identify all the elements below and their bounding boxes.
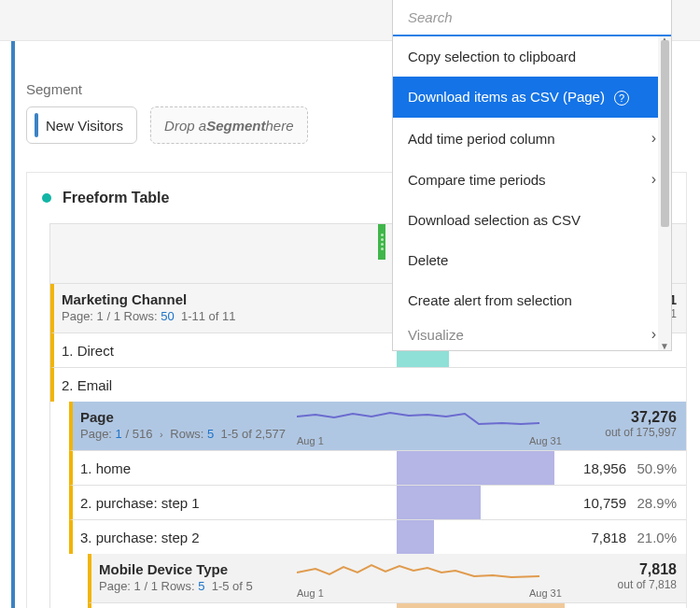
row-label: 2. purchase: step 1 bbox=[73, 488, 397, 518]
chevron-right-icon: › bbox=[651, 326, 656, 343]
menu-item-label: Compare time periods bbox=[408, 172, 546, 188]
scroll-down-icon[interactable]: ▼ bbox=[660, 341, 669, 350]
table-row[interactable]: 3. purchase: step 2 7,818 21.0% bbox=[69, 520, 686, 554]
menu-item-compare-time[interactable]: Compare time periods › bbox=[393, 159, 671, 200]
column-drag-handle[interactable] bbox=[378, 224, 385, 260]
chevron-right-icon: › bbox=[651, 130, 656, 147]
rows-selector[interactable]: 50 bbox=[161, 309, 174, 323]
table-row[interactable]: 2. purchase: step 1 10,759 28.9% bbox=[69, 486, 686, 520]
dimension-name: Mobile Device Type bbox=[99, 561, 289, 577]
row-value: 10,759 bbox=[565, 495, 630, 511]
rows-selector[interactable]: 5 bbox=[207, 427, 214, 441]
dimension-total: 7,818 bbox=[571, 561, 677, 578]
menu-item-label: Download selection as CSV bbox=[408, 212, 581, 228]
bar-lilac bbox=[397, 486, 481, 519]
pager-prefix: Page: bbox=[80, 427, 112, 441]
row-range: 1-11 of 11 bbox=[181, 309, 236, 323]
menu-item-label: Delete bbox=[408, 252, 448, 268]
menu-item-label: Create alert from selection bbox=[408, 292, 572, 308]
table-row[interactable]: 2. Email bbox=[50, 368, 686, 402]
bar-lilac bbox=[397, 451, 554, 485]
row-value: 7,818 bbox=[565, 530, 630, 545]
sparkline-page bbox=[297, 407, 539, 437]
menu-search-input[interactable]: Search bbox=[393, 0, 671, 36]
menu-item-label: Download items as CSV (Page) bbox=[408, 89, 605, 105]
segment-section-label: Segment bbox=[26, 81, 82, 97]
dimension-header-device[interactable]: Mobile Device Type Page: 1 / 1 Rows: 5 1… bbox=[88, 554, 686, 603]
row-range: 1-5 of 5 bbox=[212, 579, 253, 593]
menu-item-add-time-column[interactable]: Add time period column › bbox=[393, 118, 671, 159]
dimension-header-page[interactable]: Page Page: 1 / 516 › Rows: 5 1-5 of 2,57… bbox=[69, 402, 686, 451]
sparkline-device bbox=[297, 559, 539, 589]
segment-accent bbox=[35, 113, 38, 137]
table-row[interactable]: 1. home 18,956 50.9% bbox=[69, 451, 686, 486]
row-label: 1. Other bbox=[91, 605, 397, 609]
menu-item-label: Visualize bbox=[408, 327, 464, 343]
rows-selector[interactable]: 5 bbox=[198, 579, 204, 593]
menu-item-delete[interactable]: Delete bbox=[393, 240, 671, 280]
help-icon[interactable]: ? bbox=[614, 91, 629, 106]
segment-chip-new-visitors[interactable]: New Visitors bbox=[26, 106, 137, 144]
chevron-right-icon[interactable]: › bbox=[160, 429, 163, 440]
panel-accent-rail bbox=[11, 41, 15, 608]
row-range: 1-5 of 2,577 bbox=[221, 427, 286, 441]
context-menu: Search Copy selection to clipboard Downl… bbox=[392, 0, 672, 351]
pager-text: Page: 1 / 1 Rows: bbox=[62, 309, 158, 323]
chevron-right-icon: › bbox=[651, 171, 656, 188]
menu-item-label: Copy selection to clipboard bbox=[408, 49, 576, 64]
dimension-outof: out of 7,818 bbox=[571, 578, 677, 591]
menu-item-download-csv-page[interactable]: Download items as CSV (Page) ? bbox=[393, 77, 671, 118]
bar-orange bbox=[397, 603, 565, 608]
row-percent: 28.9% bbox=[630, 495, 686, 511]
rows-label: Rows: bbox=[170, 427, 203, 441]
row-percent: 21.0% bbox=[630, 530, 686, 545]
table-row[interactable]: 1. Other 6,424 82.2% bbox=[88, 603, 686, 608]
dimension-outof: out of 175,997 bbox=[571, 426, 677, 439]
dimension-name: Page bbox=[80, 409, 289, 425]
row-label: 2. Email bbox=[54, 370, 397, 401]
menu-item-download-selection-csv[interactable]: Download selection as CSV bbox=[393, 200, 671, 240]
menu-item-copy-selection[interactable]: Copy selection to clipboard bbox=[393, 36, 671, 77]
spark-start-label: Aug 1 bbox=[297, 435, 324, 446]
dimension-total: 37,276 bbox=[571, 409, 677, 426]
menu-item-create-alert[interactable]: Create alert from selection bbox=[393, 280, 671, 320]
menu-item-visualize[interactable]: Visualize › bbox=[393, 320, 671, 343]
menu-scrollbar[interactable]: ▲ ▼ bbox=[658, 36, 671, 350]
page-total: / 516 bbox=[125, 427, 152, 441]
segment-chip-label: New Visitors bbox=[46, 118, 123, 134]
page-link[interactable]: 1 bbox=[116, 427, 122, 441]
panel-type-dot-icon bbox=[42, 193, 51, 203]
row-value: 18,956 bbox=[565, 460, 630, 476]
spark-end-label: Aug 31 bbox=[529, 587, 562, 599]
spark-end-label: Aug 31 bbox=[529, 435, 562, 446]
spark-start-label: Aug 1 bbox=[297, 587, 324, 599]
segment-dropzone[interactable]: Drop a Segment here bbox=[150, 106, 307, 144]
panel-title[interactable]: Freeform Table bbox=[63, 190, 169, 206]
row-label: 1. home bbox=[73, 453, 397, 484]
row-label: 3. purchase: step 2 bbox=[73, 522, 397, 553]
segment-drop-prefix: Drop a bbox=[164, 118, 206, 134]
menu-item-label: Add time period column bbox=[408, 131, 555, 147]
segment-drop-bold: Segment bbox=[206, 118, 265, 134]
row-percent: 50.9% bbox=[630, 460, 686, 476]
scroll-thumb[interactable] bbox=[661, 40, 669, 227]
pager-text: Page: 1 / 1 Rows: bbox=[99, 579, 195, 593]
bar-lilac bbox=[397, 520, 434, 554]
row-label: 1. Direct bbox=[54, 335, 397, 366]
segment-drop-suffix: here bbox=[265, 118, 293, 134]
